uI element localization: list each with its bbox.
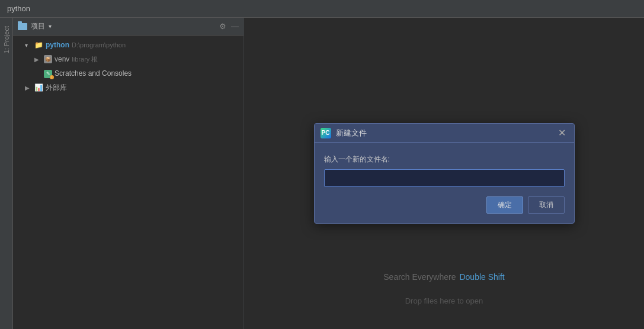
dialog-title-text: 新建文件: [336, 128, 367, 138]
minimize-icon[interactable]: —: [231, 22, 239, 31]
tree-arrow-external: ▶: [25, 85, 34, 91]
panel-header: 项目 ▾ ⚙ —: [13, 18, 243, 36]
dialog-titlebar: PC 新建文件 ✕: [315, 124, 574, 143]
file-tree: ▾ 📁 python D:\program\python ▶ 📦 venv li…: [13, 36, 243, 329]
side-tab: 1: Project: [0, 18, 13, 329]
tree-item-scratches[interactable]: ▶ ✎ ! Scratches and Consoles: [13, 66, 243, 80]
tree-item-external-libs[interactable]: ▶ 📊 外部库: [13, 80, 243, 95]
tree-item-external-label: 外部库: [46, 83, 67, 93]
tree-arrow-venv: ▶: [34, 56, 44, 63]
dialog-title-left: PC 新建文件: [321, 128, 367, 138]
title-bar-text: python: [7, 4, 30, 13]
main-layout: 1: Project 项目 ▾ ⚙ — ▾ 📁 python D:\progra…: [0, 18, 644, 329]
dropdown-arrow-icon[interactable]: ▾: [49, 23, 52, 30]
editor-area: Search Everywhere Double Shift Drop file…: [244, 18, 644, 329]
tree-item-python-path: D:\program\python: [72, 41, 126, 49]
project-tab-label[interactable]: 1: Project: [2, 24, 11, 56]
panel-header-left: 项目 ▾: [18, 21, 52, 31]
dialog-overlay: PC 新建文件 ✕ 输入一个新的文件名: 确定 取消: [244, 18, 644, 329]
project-panel: 项目 ▾ ⚙ — ▾ 📁 python D:\program\python ▶ …: [13, 18, 244, 329]
panel-header-right: ⚙ —: [219, 22, 239, 31]
panel-title: 项目: [31, 21, 45, 31]
dialog-logo-icon: PC: [321, 128, 331, 138]
folder-open-icon: 📁: [34, 41, 43, 49]
tree-item-python-root[interactable]: ▾ 📁 python D:\program\python: [13, 38, 243, 52]
confirm-button[interactable]: 确定: [486, 196, 523, 214]
settings-icon[interactable]: ⚙: [219, 22, 226, 31]
title-bar: python: [0, 0, 644, 18]
tree-item-venv-label: venv: [55, 55, 69, 63]
tree-arrow-python: ▾: [25, 42, 34, 49]
tree-item-venv[interactable]: ▶ 📦 venv library 根: [13, 52, 243, 66]
tree-item-python-label: python: [46, 41, 69, 49]
tree-item-scratches-label: Scratches and Consoles: [55, 69, 132, 78]
dialog-close-button[interactable]: ✕: [556, 127, 568, 139]
dialog-body: 输入一个新的文件名: 确定 取消: [315, 143, 574, 223]
folder-icon: [18, 23, 27, 30]
venv-icon: 📦: [44, 55, 52, 63]
new-file-input[interactable]: [324, 169, 565, 187]
tree-item-venv-sublabel: library 根: [72, 55, 98, 64]
scratches-warning-icon: !: [50, 75, 54, 79]
new-file-dialog: PC 新建文件 ✕ 输入一个新的文件名: 确定 取消: [314, 123, 575, 224]
dialog-buttons: 确定 取消: [324, 196, 565, 214]
external-libs-icon: 📊: [34, 83, 43, 92]
cancel-button[interactable]: 取消: [528, 196, 565, 214]
dialog-input-label: 输入一个新的文件名:: [324, 154, 565, 164]
